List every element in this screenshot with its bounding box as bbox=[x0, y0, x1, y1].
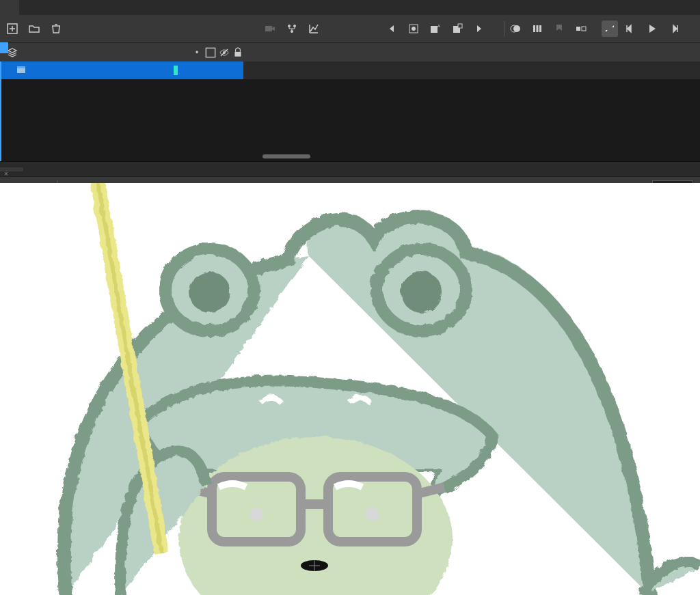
svg-rect-24 bbox=[17, 66, 25, 68]
svg-point-3 bbox=[293, 25, 296, 27]
new-folder-icon[interactable] bbox=[27, 22, 41, 36]
lock-column-icon[interactable] bbox=[232, 47, 243, 58]
insert-blank-keyframe-icon[interactable] bbox=[450, 22, 464, 36]
visibility-column-icon[interactable] bbox=[219, 47, 230, 58]
close-tab-icon[interactable]: × bbox=[4, 170, 8, 178]
play-icon[interactable] bbox=[645, 22, 659, 36]
divider bbox=[504, 21, 504, 36]
svg-rect-7 bbox=[431, 26, 438, 33]
layers-icon[interactable] bbox=[7, 47, 18, 58]
new-layer-icon[interactable] bbox=[5, 22, 19, 36]
edit-multiple-frames-icon[interactable] bbox=[530, 22, 544, 36]
keyframe-next-icon[interactable] bbox=[472, 22, 486, 36]
svg-text:A: A bbox=[438, 24, 440, 28]
svg-rect-19 bbox=[206, 48, 215, 57]
step-forward-icon[interactable] bbox=[667, 22, 681, 36]
svg-rect-22 bbox=[234, 51, 241, 56]
frame-ruler[interactable] bbox=[243, 43, 700, 62]
svg-point-13 bbox=[513, 25, 520, 32]
svg-point-2 bbox=[288, 25, 291, 27]
horizontal-scroll-thumb[interactable] bbox=[262, 154, 310, 158]
tab-output[interactable] bbox=[19, 0, 38, 15]
svg-point-40 bbox=[366, 508, 379, 521]
playhead-line[interactable] bbox=[0, 61, 1, 161]
layer-highlight-indicator[interactable] bbox=[174, 66, 178, 75]
svg-rect-18 bbox=[582, 27, 586, 31]
tab-timeline[interactable] bbox=[0, 0, 19, 15]
svg-point-31 bbox=[188, 271, 229, 312]
camera-icon[interactable] bbox=[263, 22, 277, 36]
timeline-body[interactable] bbox=[0, 79, 700, 161]
document-tab[interactable]: × bbox=[0, 167, 23, 171]
insert-keyframe-icon[interactable] bbox=[407, 22, 420, 36]
frames-area[interactable] bbox=[243, 61, 700, 79]
stage-canvas[interactable] bbox=[0, 183, 700, 595]
keyframe-prev-icon[interactable] bbox=[385, 22, 399, 36]
graph-icon[interactable] bbox=[307, 22, 321, 36]
delete-icon[interactable] bbox=[49, 22, 63, 36]
svg-rect-14 bbox=[533, 25, 535, 32]
marker-icon[interactable] bbox=[552, 22, 566, 36]
svg-point-6 bbox=[412, 27, 416, 31]
svg-rect-15 bbox=[537, 25, 539, 32]
layer-row[interactable] bbox=[0, 61, 700, 79]
svg-point-39 bbox=[250, 508, 263, 521]
svg-rect-17 bbox=[576, 27, 580, 31]
onion-skin-icon[interactable] bbox=[509, 22, 522, 36]
step-back-icon[interactable] bbox=[623, 22, 637, 36]
create-tween-icon[interactable] bbox=[574, 22, 588, 36]
parenting-view-icon[interactable] bbox=[285, 22, 299, 36]
playhead-handle[interactable] bbox=[0, 42, 8, 53]
loop-icon[interactable] bbox=[602, 20, 618, 37]
svg-point-4 bbox=[291, 30, 293, 33]
outline-column-icon[interactable] bbox=[205, 47, 216, 58]
svg-rect-1 bbox=[265, 26, 272, 31]
svg-line-38 bbox=[417, 487, 444, 494]
auto-keyframe-icon[interactable]: A bbox=[429, 22, 442, 36]
layer-type-icon bbox=[16, 65, 26, 77]
svg-point-32 bbox=[400, 271, 441, 312]
svg-rect-16 bbox=[539, 25, 541, 32]
highlight-column-icon[interactable]: • bbox=[191, 47, 202, 58]
